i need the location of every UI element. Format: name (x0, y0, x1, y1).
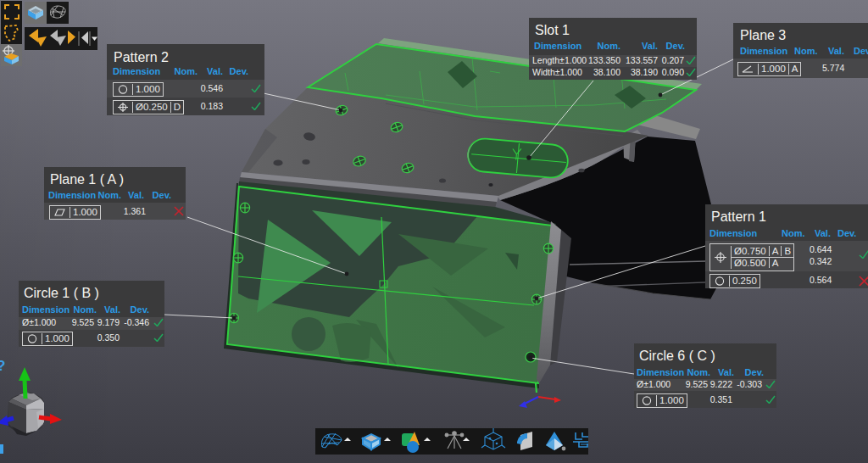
svg-text:?: ? (0, 358, 5, 374)
